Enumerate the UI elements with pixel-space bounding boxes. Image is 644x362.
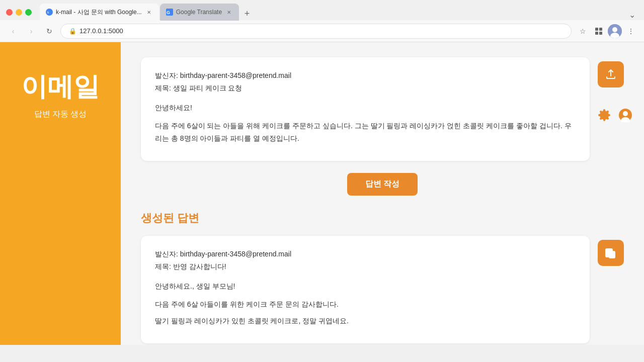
svg-text:k: k bbox=[47, 11, 49, 14]
incoming-subject: 생일 파티 케이크 요청 bbox=[173, 84, 243, 92]
title-bar: k k-mail - 사업 문의 with Google... ✕ G Goog… bbox=[0, 0, 644, 20]
new-tab-button[interactable]: + bbox=[240, 7, 254, 21]
tab-kmail-title: k-mail - 사업 문의 with Google... bbox=[56, 8, 142, 17]
svg-text:G: G bbox=[167, 10, 170, 15]
compose-button[interactable]: 답변 작성 bbox=[347, 173, 418, 196]
traffic-lights bbox=[6, 9, 32, 16]
svg-rect-4 bbox=[595, 28, 598, 31]
reply-body1: 다음 주에 6살 아들이를 위한 케이크 주문 문의 감사합니다. bbox=[155, 298, 576, 311]
tab-google-translate[interactable]: G Google Translate ✕ bbox=[160, 4, 239, 21]
address-text: 127.0.0.1:5000 bbox=[79, 27, 123, 35]
sidebar: 이메일 답변 자동 생성 bbox=[0, 42, 121, 345]
sidebar-title: 이메일 bbox=[21, 72, 100, 101]
nav-bar: ‹ › ↻ 🔒 127.0.0.1:5000 ☆ ⋮ bbox=[0, 20, 644, 42]
reply-email-meta: 발신자: birthday-parent-3458@pretend.mail 제… bbox=[155, 248, 576, 273]
generated-section-title: 생성된 답변 bbox=[141, 211, 624, 226]
svg-point-9 bbox=[612, 27, 617, 32]
extensions-button[interactable] bbox=[592, 24, 606, 38]
upload-button[interactable] bbox=[598, 61, 624, 87]
page-content: 이메일 답변 자동 생성 발신자: birthday-parent-3458@p… bbox=[0, 42, 644, 345]
incoming-email-wrapper: 발신자: birthday-parent-3458@pretend.mail 제… bbox=[141, 57, 624, 161]
menu-button[interactable]: ⋮ bbox=[624, 24, 638, 38]
reply-sender: birthday-parent-3458@pretend.mail bbox=[180, 250, 291, 258]
settings-icon-button[interactable] bbox=[596, 107, 613, 124]
bookmark-button[interactable]: ☆ bbox=[576, 24, 590, 38]
refresh-button[interactable]: ↻ bbox=[42, 24, 56, 38]
incoming-email-body: 안녕하세요! 다음 주에 6살이 되는 아들을 위해 케이크를 주문하고 싶습니… bbox=[155, 102, 576, 145]
reply-sender-label: 발신자: bbox=[155, 250, 178, 258]
tab-google-translate-close[interactable]: ✕ bbox=[225, 8, 233, 16]
reply-body2: 딸기 필링과 레이싱카가 있힌 초콜릿 케이크로, 정말 귀엽네요. bbox=[155, 315, 576, 327]
svg-rect-7 bbox=[599, 32, 602, 35]
incoming-email-meta: 발신자: birthday-parent-3458@pretend.mail 제… bbox=[155, 69, 576, 95]
incoming-sender: birthday-parent-3458@pretend.mail bbox=[180, 71, 291, 79]
svg-rect-5 bbox=[599, 28, 602, 31]
tab-google-translate-title: Google Translate bbox=[176, 9, 222, 16]
subject-label: 제목: bbox=[155, 84, 171, 92]
reply-greeting: 안녕하세요., 생일 부모님! bbox=[155, 280, 576, 293]
svg-rect-6 bbox=[595, 32, 598, 35]
close-button[interactable] bbox=[6, 9, 13, 16]
sender-label: 발신자: bbox=[155, 71, 178, 79]
reply-email-wrapper: 발신자: birthday-parent-3458@pretend.mail 제… bbox=[141, 236, 624, 343]
incoming-greeting: 안녕하세요! bbox=[155, 102, 576, 114]
svg-point-13 bbox=[623, 111, 628, 116]
reply-subject-label: 제목: bbox=[155, 262, 171, 270]
copy-button[interactable] bbox=[598, 240, 624, 266]
reply-email-body: 안녕하세요., 생일 부모님! 다음 주에 6살 아들이를 위한 케이크 주문 … bbox=[155, 280, 576, 327]
minimize-button[interactable] bbox=[16, 9, 22, 16]
incoming-email-card: 발신자: birthday-parent-3458@pretend.mail 제… bbox=[141, 57, 590, 161]
profile-icon-button[interactable] bbox=[617, 107, 634, 124]
tab-kmail[interactable]: k k-mail - 사업 문의 with Google... ✕ bbox=[40, 4, 159, 21]
reply-email-card: 발신자: birthday-parent-3458@pretend.mail 제… bbox=[141, 236, 590, 343]
profile-avatar[interactable] bbox=[608, 24, 622, 38]
incoming-body: 다음 주에 6살이 되는 아들을 위해 케이크를 주문하고 싶습니다. 그는 딸… bbox=[155, 120, 576, 145]
address-bar[interactable]: 🔒 127.0.0.1:5000 bbox=[60, 24, 572, 39]
forward-button[interactable]: › bbox=[24, 24, 38, 38]
nav-actions: ☆ ⋮ bbox=[576, 24, 638, 38]
browser-chrome: k k-mail - 사업 문의 with Google... ✕ G Goog… bbox=[0, 0, 644, 42]
tab-kmail-close[interactable]: ✕ bbox=[145, 8, 153, 16]
reply-subject: 반영 감사합니다! bbox=[173, 262, 226, 270]
tab-overflow-button[interactable]: ⌄ bbox=[626, 9, 638, 21]
back-button[interactable]: ‹ bbox=[6, 24, 20, 38]
page-header-icons bbox=[596, 107, 634, 124]
main-content: 발신자: birthday-parent-3458@pretend.mail 제… bbox=[121, 42, 644, 345]
sidebar-subtitle: 답변 자동 생성 bbox=[34, 109, 87, 120]
maximize-button[interactable] bbox=[25, 9, 32, 16]
